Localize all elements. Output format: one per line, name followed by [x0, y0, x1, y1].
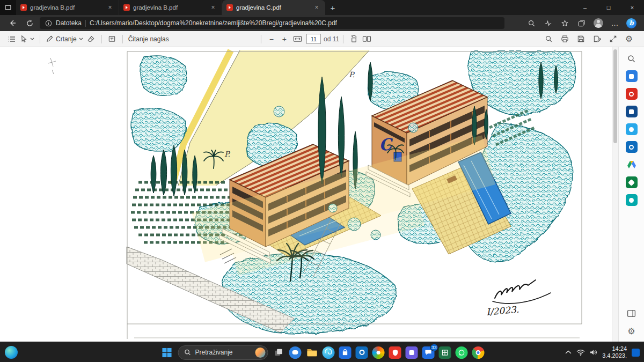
collections-icon[interactable] — [574, 17, 589, 29]
excel-icon[interactable] — [439, 346, 451, 359]
divider — [261, 35, 261, 43]
addressbar-actions: … b — [524, 17, 639, 29]
fit-to-width-icon[interactable] — [291, 33, 304, 46]
pdf-page-drawing: P. P. C I/2023. — [0, 47, 612, 342]
zoom-in-icon[interactable]: + — [278, 33, 291, 46]
search-highlight-image[interactable] — [255, 348, 266, 358]
workspaces-icon[interactable] — [0, 0, 16, 15]
o-glyph — [629, 145, 634, 150]
url-field[interactable]: Datoteka C:/Users/mario/Desktop/dogma%20… — [40, 17, 504, 29]
tab-close-icon[interactable]: × — [209, 3, 217, 12]
tab-3-active[interactable]: gradjevina C.pdf × — [222, 0, 325, 15]
close-button[interactable]: × — [620, 0, 644, 15]
table-of-contents-icon[interactable] — [5, 33, 18, 46]
save-icon[interactable] — [574, 33, 587, 46]
sidebar-acrobat-icon[interactable] — [626, 88, 638, 100]
save-as-icon[interactable] — [590, 33, 603, 46]
copilot-icon[interactable]: b — [624, 17, 639, 29]
address-bar: Datoteka C:/Users/mario/Desktop/dogma%20… — [0, 15, 644, 31]
purple-app-icon[interactable] — [406, 346, 418, 359]
pdf-content-area[interactable]: P. P. C I/2023. — [0, 47, 618, 342]
sidebar-panel-icon[interactable] — [626, 307, 638, 319]
page-number-input[interactable] — [306, 34, 321, 44]
search-icon[interactable] — [524, 17, 539, 29]
settings-icon[interactable]: ⚙ — [623, 33, 635, 46]
search-icon — [184, 349, 192, 356]
notifications-badge[interactable] — [632, 349, 640, 357]
pdf-toolbar-right: ⚙ — [542, 33, 639, 46]
scrollbar-thumb[interactable] — [613, 49, 617, 143]
new-tab-button[interactable]: + — [325, 0, 340, 15]
page-view-icon[interactable] — [360, 33, 373, 46]
favorites-icon[interactable] — [558, 17, 572, 29]
sidebar-shopping-icon[interactable] — [626, 70, 638, 82]
divider — [40, 35, 40, 43]
copilot-badge: b — [626, 18, 636, 28]
back-icon[interactable] — [5, 17, 19, 29]
draw-tool-button[interactable]: Crtanje — [44, 33, 85, 46]
dot-glyph — [629, 127, 634, 132]
print-icon[interactable] — [558, 33, 571, 46]
teams-icon[interactable]: 33 — [422, 346, 435, 359]
sidebar-outlook-icon[interactable] — [626, 141, 638, 153]
photos-icon[interactable] — [372, 346, 385, 359]
outlook-icon[interactable] — [356, 346, 368, 359]
edge-taskbar-icon[interactable] — [5, 346, 18, 359]
profile-avatar[interactable] — [591, 17, 605, 29]
volume-icon[interactable] — [590, 349, 597, 356]
eraser-icon[interactable] — [85, 33, 98, 46]
minimize-button[interactable]: – — [573, 0, 597, 15]
diamond-glyph — [628, 179, 635, 186]
taskbar-search[interactable]: Pretraživanje — [178, 345, 268, 360]
whatsapp-icon[interactable] — [456, 346, 468, 359]
chat-icon[interactable] — [289, 346, 302, 359]
search-placeholder: Pretraživanje — [195, 349, 233, 356]
sidebar-app-blue-icon[interactable] — [626, 106, 638, 117]
tab-close-icon[interactable]: × — [106, 3, 114, 12]
tray-clock[interactable]: 14:24 3.4.2023. — [602, 345, 627, 359]
bubble-glyph — [292, 350, 298, 354]
file-explorer-icon[interactable] — [306, 346, 318, 359]
start-button[interactable] — [160, 345, 174, 359]
sidebar-app-green-icon[interactable] — [626, 176, 638, 188]
pdf-favicon — [20, 4, 27, 11]
edge-sidebar: ⚙ — [618, 47, 644, 342]
rotate-icon[interactable] — [347, 33, 360, 46]
square-glyph — [409, 350, 414, 355]
find-icon[interactable] — [542, 33, 555, 46]
read-aloud-button[interactable]: Čitanje naglas — [127, 33, 171, 46]
sidebar-app-teal-icon[interactable] — [626, 194, 638, 206]
tray-chevron-up-icon[interactable] — [565, 350, 572, 354]
parking-label-2: P. — [349, 70, 355, 79]
select-tool-icon[interactable] — [18, 33, 36, 46]
sidebar-drive-icon[interactable] — [626, 159, 638, 171]
security-app-icon[interactable] — [389, 346, 401, 359]
vertical-scrollbar[interactable] — [612, 47, 618, 342]
task-view-icon[interactable] — [273, 346, 285, 359]
browser-essentials-icon[interactable] — [541, 17, 555, 29]
tab-1[interactable]: gradjevina B.pdf × — [16, 0, 119, 15]
avatar — [594, 18, 603, 28]
pdf-zoom-controls: − + od 11 — [257, 33, 373, 46]
tab-close-icon[interactable]: × — [312, 3, 321, 12]
sidebar-search-icon[interactable] — [626, 53, 638, 64]
signature-date: I/2023. — [486, 304, 519, 317]
maximize-button[interactable]: □ — [597, 0, 620, 15]
add-text-icon[interactable] — [106, 33, 119, 46]
signature-scribble — [493, 280, 551, 304]
settings-more-icon[interactable]: … — [608, 17, 622, 29]
store-icon[interactable] — [339, 346, 352, 359]
url-text: C:/Users/mario/Desktop/dogma%20nekretnin… — [90, 19, 337, 27]
sidebar-app-lightblue-icon[interactable] — [626, 123, 638, 135]
edge-icon[interactable] — [323, 346, 335, 359]
fullscreen-icon[interactable] — [606, 33, 619, 46]
zoom-out-icon[interactable]: − — [265, 33, 278, 46]
refresh-icon[interactable] — [23, 17, 36, 29]
sidebar-settings-icon[interactable]: ⚙ — [626, 326, 638, 337]
wifi-icon[interactable] — [576, 349, 585, 356]
chrome-icon[interactable] — [472, 346, 485, 359]
chrome-center — [476, 350, 481, 355]
tab-2[interactable]: gradjevina B.pdf × — [119, 0, 222, 15]
taskbar-tray: 14:24 3.4.2023. — [565, 342, 640, 362]
info-icon — [45, 20, 52, 27]
